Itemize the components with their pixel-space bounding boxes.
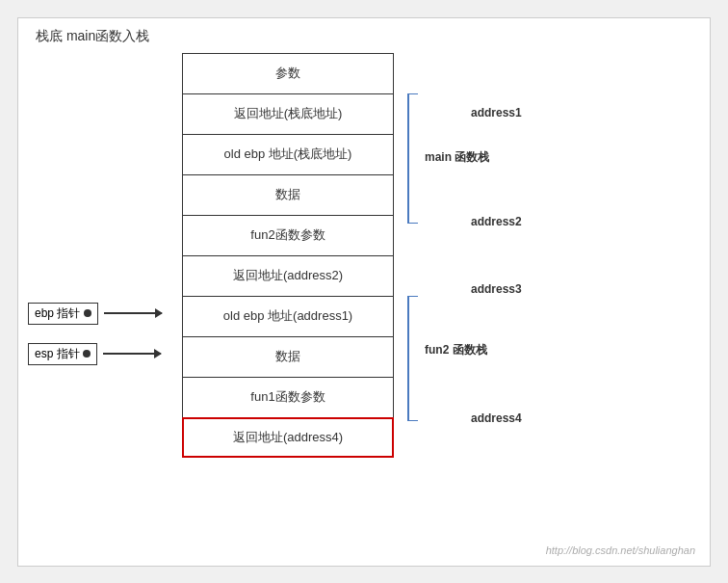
stack-table: 参数 返回地址(栈底地址) old ebp 地址(栈底地址) 数据 fun2函数…: [182, 53, 394, 458]
cell-return-addr2: 返回地址(address2): [182, 255, 394, 296]
address2-label: address2: [471, 215, 522, 228]
fun2-bracket-svg: [403, 296, 423, 421]
esp-pointer-row: esp 指针: [28, 343, 161, 365]
cell-return-addr4: 返回地址(address4): [182, 417, 394, 458]
esp-arrow: [103, 353, 161, 355]
address4-label: address4: [471, 411, 522, 425]
esp-label: esp 指针: [35, 347, 83, 360]
esp-dot: [83, 350, 91, 358]
ebp-pointer-box: ebp 指针: [28, 303, 98, 325]
cell-fun2-param: fun2函数参数: [182, 215, 394, 255]
cell-old-ebp-addr1: old ebp 地址(address1): [182, 296, 394, 336]
cell-data2: 数据: [182, 336, 394, 377]
cell-fun1-param: fun1函数参数: [182, 377, 394, 417]
cell-old-ebp-main: old ebp 地址(栈底地址): [182, 134, 394, 174]
main-area: ebp 指针 esp 指针 参数 返回地址(栈底地址) old ebp 地址(栈…: [28, 53, 700, 544]
ebp-label: ebp 指针: [35, 306, 84, 320]
cell-data1: 数据: [182, 174, 394, 215]
cell-return-main: 返回地址(栈底地址): [182, 93, 394, 134]
fun2-stack-label: fun2 函数栈: [425, 342, 487, 358]
esp-pointer-box: esp 指针: [28, 343, 97, 365]
main-stack-label: main 函数栈: [425, 149, 489, 166]
diagram-title: 栈底 main函数入栈: [36, 28, 700, 45]
ebp-dot: [84, 309, 91, 317]
diagram-container: 栈底 main函数入栈 ebp 指针 esp 指针 参数 返回地址(栈底地址): [17, 17, 711, 567]
address3-label: address3: [471, 282, 522, 296]
ebp-arrow: [104, 312, 162, 314]
address1-label: address1: [471, 106, 522, 119]
watermark: http://blog.csdn.net/shulianghan: [546, 544, 695, 556]
main-bracket-svg: [403, 93, 423, 224]
ebp-pointer-row: ebp 指针: [28, 303, 162, 325]
cell-canshu: 参数: [182, 53, 394, 93]
